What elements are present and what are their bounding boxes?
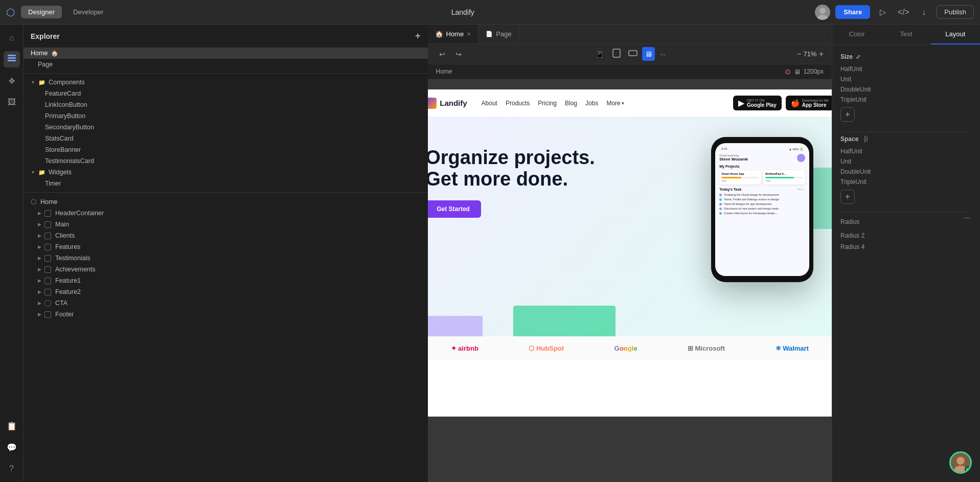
phone-projects: Smart Home App 52% BrilliantPad A... [719,170,805,185]
size-unit-label: Unit [840,76,851,83]
hc-checkbox [44,210,51,217]
size-halfunit-label: HalfUnit [840,65,862,73]
sidebar-icon-home[interactable]: ⌂ [4,30,20,46]
zoom-control: − 71% + [796,50,824,59]
svg-point-1 [817,15,828,20]
undo-button[interactable]: ↩ [436,48,448,60]
tab-home-close[interactable]: ✕ [467,31,471,37]
nav-more[interactable]: More ▾ [606,100,624,107]
mobile-button[interactable]: 📱 [592,47,607,61]
more-options-button[interactable]: ··· [657,47,669,61]
sidebar-add-button[interactable]: + [415,31,421,41]
components-label: Components [49,79,85,86]
tab-layout[interactable]: Layout [931,25,980,44]
testimonials-checkbox [44,255,51,262]
phone-task-4: Discussion on new project and design tas… [719,207,805,210]
size-unit-row: Unit [840,76,972,83]
components-folder-icon: 📁 [38,79,45,86]
sidebar: Explorer + Home 🏠 Page ▼ 📁 Components Fe… [24,25,428,482]
hero-cta-button[interactable]: Get Started [428,200,481,218]
hero-title-line1: Organize projects. [428,147,691,169]
tree-item-achievements[interactable]: ▶ Achievements [24,264,428,275]
right-sidebar: Color Text Layout Size ⤢ HalfUnit Unit [832,25,980,482]
tree-item-components[interactable]: ▼ 📁 Components [24,77,428,88]
tree-item-feature2[interactable]: ▶ Feature2 [24,286,428,297]
canvas-scroll[interactable]: Landify About Products Pricing Blog Jobs… [428,79,832,482]
tab-color[interactable]: Color [832,25,881,44]
user-avatar-bottom[interactable] [949,451,972,474]
tab-home[interactable]: 🏠 Home ✕ [428,25,479,43]
tree-item-main[interactable]: ▶ Main [24,219,428,230]
tree-item-features[interactable]: ▶ Features [24,241,428,253]
main-layout: ⌂ ❖ 🖼 📋 💬 ? Explorer + Home 🏠 Page [0,25,980,482]
download-button[interactable]: ↓ [916,5,931,20]
tablet-button[interactable] [609,47,624,61]
tree-item-feature1[interactable]: ▶ Feature1 [24,275,428,286]
logo-text: Landify [440,99,467,107]
tree-item-timer[interactable]: Timer [24,178,428,189]
radius-label: Radius [840,218,859,225]
space-section: Space HalfUnit Unit DoubleUnit TripleUni [840,135,972,204]
sidebar-scroll[interactable]: Home 🏠 Page ▼ 📁 Components FeatureCard L… [24,48,428,482]
tab-text[interactable]: Text [881,25,930,44]
tab-page[interactable]: 📄 Page [478,25,519,43]
project2-progress-bg [765,177,803,178]
size-doubleunit-row: DoubleUnit [840,86,972,93]
sidebar-header: Explorer + [24,25,428,48]
sidebar-icon-components[interactable]: ❖ [4,73,20,89]
radius2-row: Radius 2 [840,232,972,239]
project1-percent: 52% [721,179,759,182]
avatar[interactable] [815,5,830,20]
sidebar-icon-help[interactable]: ? [4,461,20,477]
sidebar-icon-assets[interactable]: 🖼 [4,94,20,110]
hero-title: Organize projects. Get more done. [428,147,691,190]
tree-item-testimonialscard[interactable]: TestimonialsCard [24,155,428,167]
code-button[interactable]: </> [896,5,911,20]
google-play-button[interactable]: ▶ GET IT ON Google Play [733,96,782,110]
tree-item-featurecard[interactable]: FeatureCard [24,88,428,99]
tree-item-clients[interactable]: ▶ Clients [24,230,428,241]
zoom-out-button[interactable]: − [796,50,801,59]
nav-blog[interactable]: Blog [565,100,577,107]
topbar-left: ⬡ Designer Developer [6,6,110,18]
redo-button[interactable]: ↪ [452,48,465,60]
tree-item-statscard[interactable]: StatsCard [24,133,428,144]
site-clients: ✦ airbnb ⬡ HubSpot Google ⊞ Microsoft ✳ … [428,336,832,360]
sidebar-icon-notes[interactable]: 📋 [4,418,20,434]
play-button[interactable]: ▷ [875,5,891,20]
designer-mode-button[interactable]: Designer [21,6,62,18]
share-button[interactable]: Share [835,5,870,19]
tree-item-primarybutton[interactable]: PrimaryButton [24,110,428,122]
size-halfunit-row: HalfUnit [840,65,972,73]
publish-button[interactable]: Publish [937,5,974,19]
space-unit-label: Unit [840,158,851,165]
tablet-landscape-button[interactable] [626,47,640,61]
tree-item-footer[interactable]: ▶ Footer [24,309,428,320]
tree-item-home[interactable]: Home 🏠 [24,48,428,59]
radius-section: Radius ⌒ Radius 2 Radius 4 [840,216,972,250]
sidebar-icon-layers[interactable] [4,51,20,67]
phone-screen: 9:41 ▲ WiFi 🔋 Good evening, Steve Wozani… [715,143,809,276]
tree-item-secondarybutton[interactable]: SecondaryButton [24,122,428,133]
nav-jobs[interactable]: Jobs [585,100,598,107]
tree-item-widgets[interactable]: ▼ 📁 Widgets [24,167,428,178]
tree-item-cta[interactable]: ▶ CTA [24,297,428,309]
developer-mode-button[interactable]: Developer [66,6,110,18]
tree-item-testimonials[interactable]: ▶ Testimonials [24,253,428,264]
tree-item-linkiconbutton[interactable]: LinkIconButton [24,99,428,110]
site-nav-right: ▶ GET IT ON Google Play 🍎 Download on th… [733,96,832,110]
achievements-arrow: ▶ [38,267,41,272]
zoom-in-button[interactable]: + [819,50,824,59]
nav-about[interactable]: About [482,100,497,107]
size-add-button[interactable]: + [840,107,855,122]
tree-item-page[interactable]: Page [24,59,428,70]
sidebar-icon-discord[interactable]: 💬 [4,439,20,455]
size-expand-icon: ⤢ [856,54,860,60]
nav-pricing[interactable]: Pricing [538,100,557,107]
app-store-button[interactable]: 🍎 Download on the App Store [786,96,832,110]
desktop-button[interactable]: 🖥 [642,47,655,61]
space-add-button[interactable]: + [840,190,855,204]
tree-item-headercontainer[interactable]: ▶ HeaderContainer [24,208,428,219]
nav-products[interactable]: Products [506,100,530,107]
tree-item-storebanner[interactable]: StoreBanner [24,144,428,155]
